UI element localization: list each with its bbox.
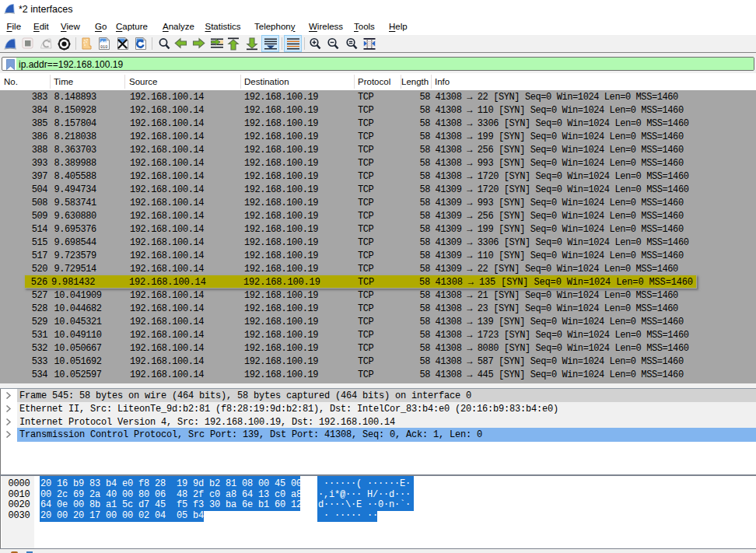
svg-text:010: 010 bbox=[100, 45, 107, 50]
